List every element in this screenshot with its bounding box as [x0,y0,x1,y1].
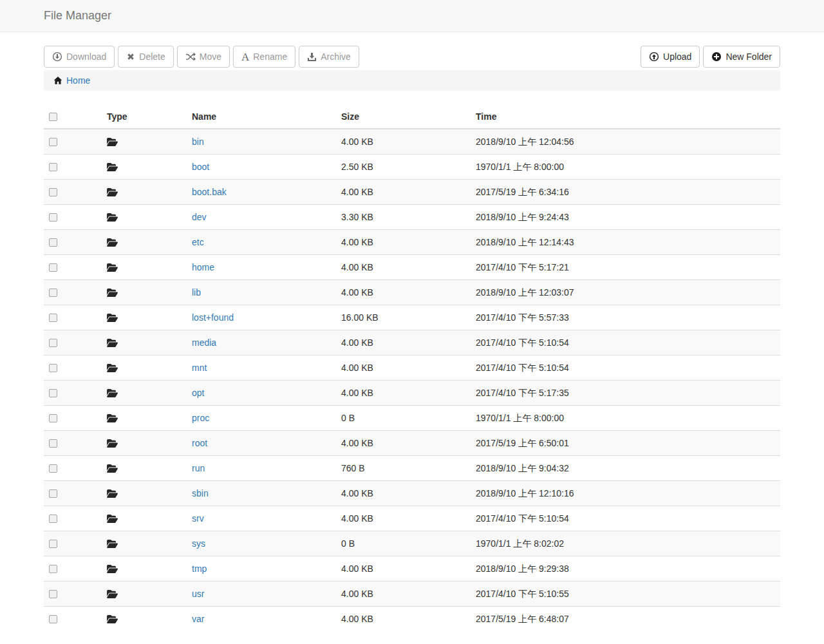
row-type-cell [102,406,187,431]
folder-open-icon [107,313,182,323]
row-checkbox-cell [44,155,102,180]
archive-button[interactable]: Archive [299,46,359,68]
x-icon [126,52,135,61]
delete-button[interactable]: Delete [118,46,173,68]
row-checkbox[interactable] [49,213,57,222]
row-type-cell [102,230,187,255]
file-size: 16.00 KB [336,305,471,330]
row-type-cell [102,607,187,632]
file-name-link[interactable]: tmp [192,564,207,574]
file-size: 4.00 KB [336,431,471,456]
row-type-cell [102,129,187,155]
table-row: sbin 4.00 KB 2018/9/10 上午 12:10:16 [44,481,780,506]
row-checkbox[interactable] [49,163,57,171]
file-size: 4.00 KB [336,556,471,582]
row-checkbox-cell [44,355,102,381]
row-checkbox[interactable] [49,590,57,598]
folder-open-icon [107,489,182,498]
row-type-cell [102,531,187,556]
file-name-link[interactable]: usr [192,589,204,599]
file-name-link[interactable]: srv [192,513,204,524]
row-checkbox[interactable] [49,439,57,448]
file-time: 1970/1/1 上午 8:02:02 [471,531,780,556]
file-time: 2018/9/10 上午 12:04:56 [471,129,780,155]
row-checkbox[interactable] [49,263,57,272]
row-checkbox[interactable] [49,540,57,548]
file-name-link[interactable]: proc [192,413,209,423]
file-name-link[interactable]: lib [192,287,201,298]
file-name-link[interactable]: mnt [192,363,207,373]
upload-button[interactable]: Upload [641,46,700,68]
row-name-cell: srv [187,506,336,531]
move-button[interactable]: Move [177,46,230,68]
row-type-cell [102,305,187,330]
file-name-link[interactable]: etc [192,237,204,247]
file-size: 4.00 KB [336,607,471,632]
upload-button-label: Upload [663,50,691,63]
download-button-label: Download [66,50,106,63]
toolbar: Download Delete [44,46,780,68]
file-name-link[interactable]: sbin [192,488,209,498]
row-checkbox[interactable] [49,414,57,422]
file-name-link[interactable]: opt [192,388,204,398]
file-name-link[interactable]: boot.bak [192,187,227,197]
row-checkbox-cell [44,205,102,230]
row-checkbox[interactable] [49,314,57,322]
file-size: 0 B [336,531,471,556]
file-name-link[interactable]: boot [192,162,209,172]
breadcrumb-home-link[interactable]: Home [66,75,90,86]
file-time: 2018/9/10 上午 12:10:16 [471,481,780,506]
table-row: root 4.00 KB 2017/5/19 上午 6:50:01 [44,431,780,456]
row-checkbox[interactable] [49,138,57,146]
row-checkbox[interactable] [49,464,57,473]
row-checkbox[interactable] [49,364,57,372]
row-type-cell [102,481,187,506]
file-name-link[interactable]: var [192,614,204,624]
file-action-buttons: Download Delete [44,46,359,68]
folder-open-icon [107,162,182,172]
file-name-link[interactable]: root [192,438,207,448]
plus-circle-icon [711,52,722,62]
file-time: 2018/9/10 上午 9:24:43 [471,205,780,230]
file-name-link[interactable]: lost+found [192,312,234,323]
folder-open-icon [107,338,182,348]
row-name-cell: lost+found [187,305,336,330]
row-checkbox[interactable] [49,389,57,397]
row-checkbox[interactable] [49,565,57,573]
file-size: 4.00 KB [336,330,471,355]
table-row: boot 2.50 KB 1970/1/1 上午 8:00:00 [44,155,780,180]
file-name-link[interactable]: bin [192,137,204,147]
row-checkbox[interactable] [49,489,57,498]
select-all-checkbox[interactable] [49,113,57,121]
top-navbar: File Manager [0,0,824,32]
row-checkbox-cell [44,607,102,632]
download-button[interactable]: Download [44,46,115,68]
shuffle-icon [185,52,196,62]
file-time: 1970/1/1 上午 8:00:00 [471,155,780,180]
folder-open-icon [107,388,182,398]
row-checkbox[interactable] [49,339,57,347]
create-buttons: Upload New Folder [641,46,780,68]
rename-button[interactable]: A Rename [233,46,295,68]
table-row: run 760 B 2018/9/10 上午 9:04:32 [44,456,780,481]
new-folder-button[interactable]: New Folder [703,46,780,68]
file-name-link[interactable]: dev [192,212,207,222]
row-checkbox[interactable] [49,615,57,623]
file-size: 4.00 KB [336,255,471,280]
file-name-link[interactable]: home [192,262,214,272]
row-name-cell: boot [187,155,336,180]
row-checkbox-cell [44,305,102,330]
row-checkbox[interactable] [49,515,57,523]
file-size: 4.00 KB [336,481,471,506]
file-name-link[interactable]: media [192,337,216,348]
folder-open-icon [107,464,182,473]
file-name-link[interactable]: sys [192,538,205,549]
file-size: 4.00 KB [336,355,471,381]
row-checkbox[interactable] [49,188,57,196]
row-checkbox[interactable] [49,238,57,247]
row-checkbox[interactable] [49,289,57,297]
file-size: 4.00 KB [336,381,471,406]
file-name-link[interactable]: run [192,463,205,473]
file-time: 2017/5/19 上午 6:34:16 [471,180,780,205]
row-type-cell [102,431,187,456]
